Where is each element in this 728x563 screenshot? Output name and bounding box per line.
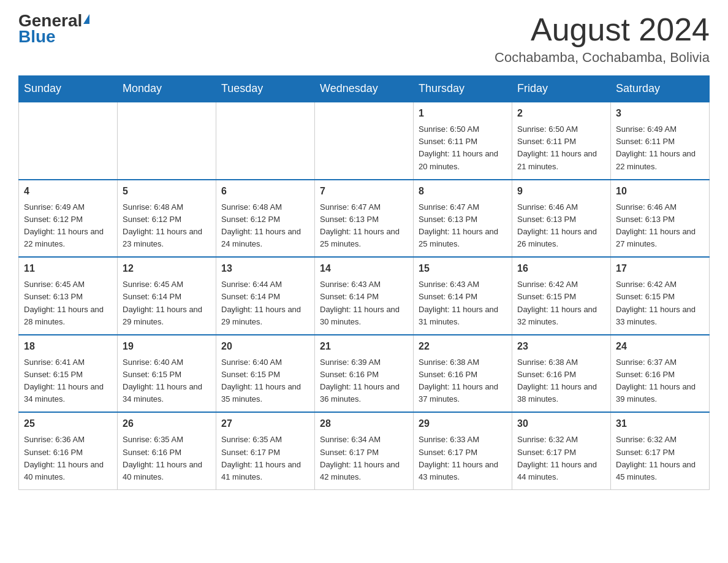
days-header-row: SundayMondayTuesdayWednesdayThursdayFrid… (19, 76, 710, 102)
calendar-cell (118, 102, 216, 180)
calendar-cell: 11Sunrise: 6:45 AM Sunset: 6:13 PM Dayli… (19, 257, 118, 335)
day-info: Sunrise: 6:47 AM Sunset: 6:13 PM Dayligh… (419, 201, 507, 251)
day-number: 5 (123, 184, 211, 199)
day-number: 16 (517, 261, 605, 276)
day-number: 30 (517, 416, 605, 431)
day-number: 13 (221, 261, 309, 276)
calendar-cell: 4Sunrise: 6:49 AM Sunset: 6:12 PM Daylig… (19, 180, 118, 258)
day-info: Sunrise: 6:48 AM Sunset: 6:12 PM Dayligh… (221, 201, 309, 251)
day-number: 21 (320, 339, 408, 354)
col-header-sunday: Sunday (19, 76, 118, 102)
month-year-title: August 2024 (495, 12, 710, 47)
week-row-5: 25Sunrise: 6:36 AM Sunset: 6:16 PM Dayli… (19, 412, 710, 489)
day-info: Sunrise: 6:42 AM Sunset: 6:15 PM Dayligh… (616, 278, 704, 328)
day-number: 12 (123, 261, 211, 276)
day-number: 26 (123, 416, 211, 431)
week-row-2: 4Sunrise: 6:49 AM Sunset: 6:12 PM Daylig… (19, 180, 710, 258)
calendar-cell: 25Sunrise: 6:36 AM Sunset: 6:16 PM Dayli… (19, 412, 118, 489)
calendar-cell: 3Sunrise: 6:49 AM Sunset: 6:11 PM Daylig… (611, 102, 710, 180)
day-info: Sunrise: 6:44 AM Sunset: 6:14 PM Dayligh… (221, 278, 309, 328)
calendar-cell: 30Sunrise: 6:32 AM Sunset: 6:17 PM Dayli… (512, 412, 611, 489)
day-info: Sunrise: 6:41 AM Sunset: 6:15 PM Dayligh… (24, 356, 112, 406)
logo: General Blue (18, 12, 89, 45)
calendar-cell: 1Sunrise: 6:50 AM Sunset: 6:11 PM Daylig… (414, 102, 512, 180)
calendar-cell: 24Sunrise: 6:37 AM Sunset: 6:16 PM Dayli… (611, 335, 710, 413)
day-info: Sunrise: 6:40 AM Sunset: 6:15 PM Dayligh… (123, 356, 211, 406)
day-info: Sunrise: 6:50 AM Sunset: 6:11 PM Dayligh… (419, 123, 507, 173)
day-number: 20 (221, 339, 309, 354)
day-info: Sunrise: 6:43 AM Sunset: 6:14 PM Dayligh… (320, 278, 408, 328)
calendar-cell: 23Sunrise: 6:38 AM Sunset: 6:16 PM Dayli… (512, 335, 611, 413)
week-row-3: 11Sunrise: 6:45 AM Sunset: 6:13 PM Dayli… (19, 257, 710, 335)
day-info: Sunrise: 6:34 AM Sunset: 6:17 PM Dayligh… (320, 434, 408, 483)
logo-triangle-icon (83, 14, 89, 24)
day-info: Sunrise: 6:38 AM Sunset: 6:16 PM Dayligh… (419, 356, 507, 406)
day-number: 9 (517, 184, 605, 199)
calendar-cell: 17Sunrise: 6:42 AM Sunset: 6:15 PM Dayli… (611, 257, 710, 335)
calendar-cell: 20Sunrise: 6:40 AM Sunset: 6:15 PM Dayli… (216, 335, 315, 413)
calendar-table: SundayMondayTuesdayWednesdayThursdayFrid… (18, 75, 710, 490)
day-number: 3 (616, 106, 704, 121)
day-info: Sunrise: 6:40 AM Sunset: 6:15 PM Dayligh… (221, 356, 309, 406)
calendar-cell: 8Sunrise: 6:47 AM Sunset: 6:13 PM Daylig… (414, 180, 512, 258)
calendar-cell: 26Sunrise: 6:35 AM Sunset: 6:16 PM Dayli… (118, 412, 216, 489)
calendar-cell: 2Sunrise: 6:50 AM Sunset: 6:11 PM Daylig… (512, 102, 611, 180)
calendar-cell: 29Sunrise: 6:33 AM Sunset: 6:17 PM Dayli… (414, 412, 512, 489)
calendar-cell: 5Sunrise: 6:48 AM Sunset: 6:12 PM Daylig… (118, 180, 216, 258)
location-subtitle: Cochabamba, Cochabamba, Bolivia (495, 50, 710, 66)
calendar-cell (315, 102, 414, 180)
day-number: 18 (24, 339, 112, 354)
calendar-cell: 27Sunrise: 6:35 AM Sunset: 6:17 PM Dayli… (216, 412, 315, 489)
day-info: Sunrise: 6:39 AM Sunset: 6:16 PM Dayligh… (320, 356, 408, 406)
calendar-cell: 28Sunrise: 6:34 AM Sunset: 6:17 PM Dayli… (315, 412, 414, 489)
day-info: Sunrise: 6:42 AM Sunset: 6:15 PM Dayligh… (517, 278, 605, 328)
day-info: Sunrise: 6:47 AM Sunset: 6:13 PM Dayligh… (320, 201, 408, 251)
col-header-wednesday: Wednesday (315, 76, 414, 102)
day-number: 2 (517, 106, 605, 121)
calendar-cell: 14Sunrise: 6:43 AM Sunset: 6:14 PM Dayli… (315, 257, 414, 335)
day-info: Sunrise: 6:32 AM Sunset: 6:17 PM Dayligh… (616, 434, 704, 483)
day-info: Sunrise: 6:32 AM Sunset: 6:17 PM Dayligh… (517, 434, 605, 483)
calendar-cell: 31Sunrise: 6:32 AM Sunset: 6:17 PM Dayli… (611, 412, 710, 489)
logo-blue-text: Blue (18, 28, 56, 45)
calendar-cell: 21Sunrise: 6:39 AM Sunset: 6:16 PM Dayli… (315, 335, 414, 413)
day-info: Sunrise: 6:45 AM Sunset: 6:14 PM Dayligh… (123, 278, 211, 328)
day-number: 17 (616, 261, 704, 276)
calendar-cell: 16Sunrise: 6:42 AM Sunset: 6:15 PM Dayli… (512, 257, 611, 335)
calendar-cell: 7Sunrise: 6:47 AM Sunset: 6:13 PM Daylig… (315, 180, 414, 258)
day-info: Sunrise: 6:49 AM Sunset: 6:11 PM Dayligh… (616, 123, 704, 173)
day-info: Sunrise: 6:35 AM Sunset: 6:16 PM Dayligh… (123, 434, 211, 483)
day-info: Sunrise: 6:35 AM Sunset: 6:17 PM Dayligh… (221, 434, 309, 483)
col-header-thursday: Thursday (414, 76, 512, 102)
day-number: 14 (320, 261, 408, 276)
day-info: Sunrise: 6:48 AM Sunset: 6:12 PM Dayligh… (123, 201, 211, 251)
calendar-cell: 22Sunrise: 6:38 AM Sunset: 6:16 PM Dayli… (414, 335, 512, 413)
calendar-cell (19, 102, 118, 180)
day-info: Sunrise: 6:37 AM Sunset: 6:16 PM Dayligh… (616, 356, 704, 406)
col-header-saturday: Saturday (611, 76, 710, 102)
day-number: 29 (419, 416, 507, 431)
day-number: 8 (419, 184, 507, 199)
calendar-cell: 6Sunrise: 6:48 AM Sunset: 6:12 PM Daylig… (216, 180, 315, 258)
calendar-cell: 19Sunrise: 6:40 AM Sunset: 6:15 PM Dayli… (118, 335, 216, 413)
day-info: Sunrise: 6:46 AM Sunset: 6:13 PM Dayligh… (616, 201, 704, 251)
calendar-cell: 15Sunrise: 6:43 AM Sunset: 6:14 PM Dayli… (414, 257, 512, 335)
col-header-friday: Friday (512, 76, 611, 102)
page-header: General Blue August 2024 Cochabamba, Coc… (18, 12, 710, 66)
day-number: 22 (419, 339, 507, 354)
col-header-tuesday: Tuesday (216, 76, 315, 102)
day-number: 25 (24, 416, 112, 431)
day-number: 19 (123, 339, 211, 354)
week-row-1: 1Sunrise: 6:50 AM Sunset: 6:11 PM Daylig… (19, 102, 710, 180)
col-header-monday: Monday (118, 76, 216, 102)
day-number: 7 (320, 184, 408, 199)
day-number: 28 (320, 416, 408, 431)
day-number: 31 (616, 416, 704, 431)
calendar-cell: 9Sunrise: 6:46 AM Sunset: 6:13 PM Daylig… (512, 180, 611, 258)
calendar-cell (216, 102, 315, 180)
day-number: 11 (24, 261, 112, 276)
calendar-cell: 10Sunrise: 6:46 AM Sunset: 6:13 PM Dayli… (611, 180, 710, 258)
day-info: Sunrise: 6:43 AM Sunset: 6:14 PM Dayligh… (419, 278, 507, 328)
day-info: Sunrise: 6:49 AM Sunset: 6:12 PM Dayligh… (24, 201, 112, 251)
day-number: 27 (221, 416, 309, 431)
